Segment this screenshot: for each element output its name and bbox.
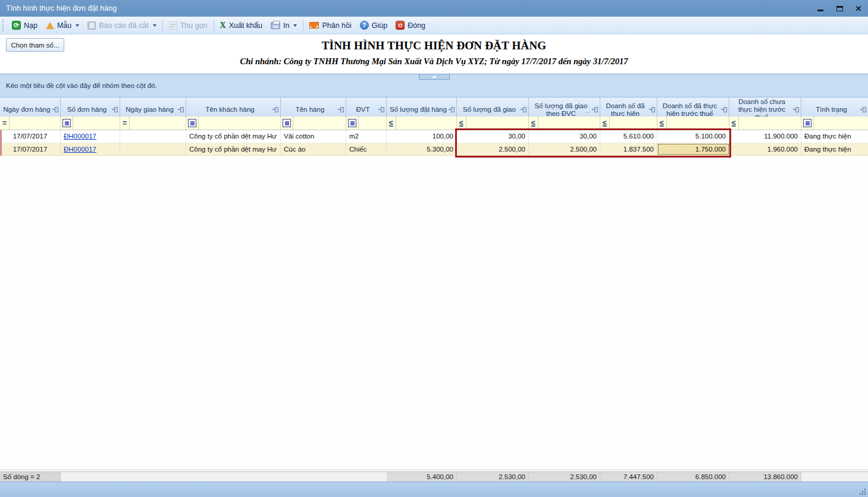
pin-icon[interactable] bbox=[272, 107, 278, 112]
sort-ascending-icon bbox=[585, 108, 590, 112]
chevron-down-icon[interactable] bbox=[293, 24, 297, 27]
filter-cell-doanh-so-chua-thuc-hien-truoc-thue[interactable]: ≤ bbox=[729, 117, 801, 130]
summary-cell bbox=[120, 472, 186, 482]
load-button[interactable]: ⟳ Nạp bbox=[8, 19, 42, 32]
cell-revenue-unrealized-pretax[interactable]: 1.960.000 bbox=[729, 143, 801, 156]
cell-qty-ordered[interactable]: 5.300,00 bbox=[387, 143, 457, 156]
pin-icon[interactable] bbox=[521, 107, 527, 112]
cell-order-date[interactable]: 17/07/2017 bbox=[0, 143, 61, 156]
chevron-down-icon[interactable] bbox=[76, 24, 79, 27]
filter-operator-lte-icon[interactable]: ≤ bbox=[657, 119, 666, 127]
cell-item-name[interactable]: Cúc áo bbox=[281, 143, 346, 156]
export-button[interactable]: X Xuất khẩu bbox=[216, 19, 267, 32]
cell-item-name[interactable]: Vải cotton bbox=[281, 130, 346, 143]
cell-delivery-date[interactable] bbox=[120, 130, 186, 143]
panel-collapse-handle[interactable] bbox=[419, 74, 450, 80]
pin-icon[interactable] bbox=[793, 107, 799, 112]
filter-cell-ten-hang[interactable] bbox=[281, 117, 346, 130]
minimize-icon bbox=[817, 10, 823, 11]
cell-revenue-realized[interactable]: 1.837.500 bbox=[600, 143, 657, 156]
collapse-label: Thu gọn bbox=[180, 21, 208, 30]
cell-qty-delivered-base-unit[interactable]: 30,00 bbox=[529, 130, 600, 143]
pin-icon[interactable] bbox=[860, 107, 866, 112]
save-icon bbox=[87, 21, 96, 30]
print-button[interactable]: In bbox=[267, 20, 301, 32]
close-report-button[interactable]: O Đóng bbox=[391, 19, 430, 32]
titlebar[interactable]: Tình hình thực hiện đơn đặt hàng ✕ bbox=[0, 0, 868, 17]
chevron-down-icon[interactable] bbox=[153, 24, 156, 27]
cell-qty-delivered[interactable]: 30,00 bbox=[457, 130, 529, 143]
filter-divider bbox=[738, 117, 739, 130]
filter-operator-equals-icon[interactable]: = bbox=[120, 119, 129, 127]
close-button[interactable]: ✕ bbox=[854, 4, 863, 13]
cell-revenue-unrealized-pretax[interactable]: 11.900.000 bbox=[729, 130, 801, 143]
filter-operator-list-icon[interactable] bbox=[348, 119, 356, 127]
cell-status[interactable]: Đang thực hiện bbox=[801, 143, 868, 156]
collapse-button[interactable]: Thu gọn bbox=[165, 20, 212, 32]
cell-unit[interactable]: Chiếc bbox=[346, 143, 387, 156]
pin-icon[interactable] bbox=[378, 107, 384, 112]
filter-operator-list-icon[interactable] bbox=[803, 119, 811, 127]
maximize-button[interactable] bbox=[835, 4, 844, 13]
template-button[interactable]: Mẫu bbox=[42, 20, 83, 32]
order-link[interactable]: ĐH000017 bbox=[64, 133, 96, 140]
filter-cell-so-luong-da-giao-theo-dvc[interactable]: ≤ bbox=[529, 117, 600, 130]
cell-qty-delivered[interactable]: 2.500,00 bbox=[457, 143, 529, 156]
cell-delivery-date[interactable] bbox=[120, 143, 186, 156]
cell-qty-delivered-base-unit[interactable]: 2.500,00 bbox=[529, 143, 600, 156]
resize-grip-icon[interactable] bbox=[860, 489, 867, 496]
pin-icon[interactable] bbox=[449, 107, 455, 112]
cell-order-number[interactable]: ĐH000017 bbox=[61, 130, 120, 143]
filter-operator-list-icon[interactable] bbox=[62, 119, 71, 127]
filter-cell-ten-khach-hang[interactable] bbox=[186, 117, 281, 130]
minimize-button[interactable] bbox=[816, 4, 825, 13]
cell-unit[interactable]: m2 bbox=[346, 130, 387, 143]
filter-cell-doanh-so-da-thuc-hien[interactable]: ≤ bbox=[600, 117, 657, 130]
pin-icon[interactable] bbox=[112, 107, 118, 112]
pin-icon[interactable] bbox=[52, 107, 58, 112]
filter-cell-doanh-so-da-thuc-hien-truoc-thue[interactable]: ≤ bbox=[657, 117, 729, 130]
filter-cell-so-don-hang[interactable] bbox=[61, 117, 120, 130]
filter-cell-so-luong-da-giao[interactable]: ≤ bbox=[457, 117, 529, 130]
filter-operator-lte-icon[interactable]: ≤ bbox=[729, 119, 738, 127]
pin-icon[interactable] bbox=[178, 107, 184, 112]
table-row-selected[interactable]: 17/07/2017 ĐH000017 Công ty cổ phần dệt … bbox=[0, 143, 868, 156]
cell-qty-ordered[interactable]: 100,00 bbox=[387, 130, 457, 143]
filter-operator-lte-icon[interactable]: ≤ bbox=[457, 119, 466, 127]
cell-order-number[interactable]: ĐH000017 bbox=[61, 143, 120, 156]
cell-revenue-realized[interactable]: 5.610.000 bbox=[600, 130, 657, 143]
help-button[interactable]: ? Giúp bbox=[356, 19, 391, 32]
pin-icon[interactable] bbox=[649, 107, 655, 112]
toolbar-grip[interactable] bbox=[2, 20, 5, 32]
filter-operator-list-icon[interactable] bbox=[283, 119, 291, 127]
filter-cell-ngay-giao-hang[interactable]: = bbox=[120, 117, 186, 130]
cell-revenue-realized-pretax[interactable]: 5.100.000 bbox=[657, 130, 729, 143]
cell-status[interactable]: Đang thực hiện bbox=[801, 130, 868, 143]
cell-customer-name[interactable]: Công ty cổ phần dệt may Hư bbox=[186, 130, 281, 143]
order-link[interactable]: ĐH000017 bbox=[64, 146, 96, 153]
filter-operator-lte-icon[interactable]: ≤ bbox=[529, 119, 538, 127]
filter-operator-equals-icon[interactable]: = bbox=[0, 119, 9, 127]
filter-operator-list-icon[interactable] bbox=[188, 119, 196, 127]
filter-cell-ngay-don-hang[interactable]: = bbox=[0, 117, 61, 130]
filter-operator-lte-icon[interactable]: ≤ bbox=[387, 119, 396, 127]
load-label: Nạp bbox=[24, 21, 37, 30]
cell-customer-name[interactable]: Công ty cổ phần dệt may Hư bbox=[186, 143, 281, 156]
table-row[interactable]: 17/07/2017 ĐH000017 Công ty cổ phần dệt … bbox=[0, 130, 868, 143]
grid-empty-area[interactable] bbox=[0, 156, 868, 470]
feedback-button[interactable]: Phản hồi bbox=[305, 20, 355, 32]
pin-icon[interactable] bbox=[338, 107, 344, 112]
filter-operator-lte-icon[interactable]: ≤ bbox=[600, 119, 609, 127]
pin-icon[interactable] bbox=[592, 107, 598, 112]
saved-report-button[interactable]: Báo cáo đã cắt bbox=[83, 20, 160, 32]
summary-qty-delivered-base-unit: 2.530,00 bbox=[529, 472, 600, 482]
filter-divider bbox=[293, 117, 293, 130]
cell-order-date[interactable]: 17/07/2017 bbox=[0, 130, 61, 143]
filter-cell-dvt[interactable] bbox=[346, 117, 387, 130]
toolbar-separator bbox=[162, 20, 163, 32]
cell-revenue-realized-pretax-focused[interactable]: 1.750.000 bbox=[657, 143, 729, 156]
filter-cell-tinh-trang[interactable] bbox=[801, 117, 868, 130]
pin-icon[interactable] bbox=[721, 107, 727, 112]
filter-cell-so-luong-dat-hang[interactable]: ≤ bbox=[387, 117, 457, 130]
filter-divider bbox=[813, 117, 814, 130]
